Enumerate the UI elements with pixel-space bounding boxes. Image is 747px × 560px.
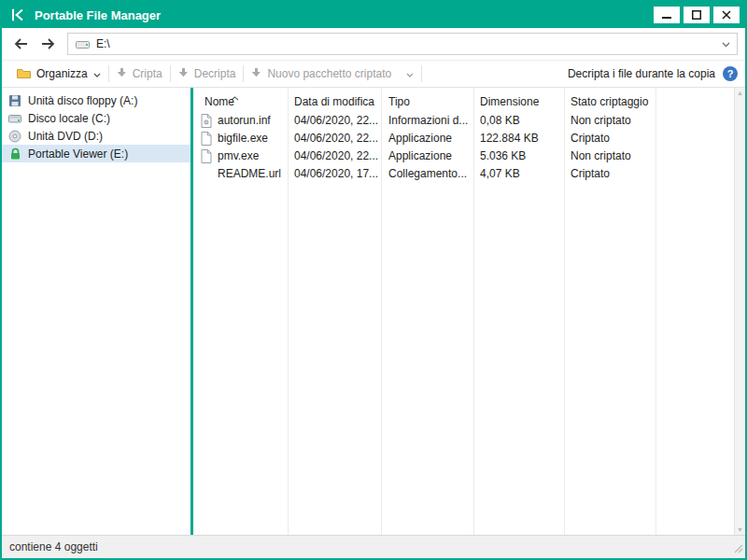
- file-encryption-status: Non criptato: [571, 114, 631, 127]
- file-type: Collegamento...: [388, 167, 467, 180]
- package-arrow-icon: [251, 67, 261, 80]
- sidebar-item-portable-viewer[interactable]: Portable Viewer (E:): [2, 145, 190, 162]
- file-name: autorun.inf: [218, 114, 271, 127]
- file-type: Applicazione: [388, 149, 452, 162]
- address-text: E:\: [96, 37, 110, 50]
- file-row[interactable]: README.url 04/06/2020, 17... Collegament…: [193, 165, 734, 183]
- status-bar: contiene 4 oggetti: [2, 535, 745, 558]
- sidebar-item-floppy[interactable]: Unità disco floppy (A:): [2, 91, 190, 109]
- lock-icon: [7, 147, 22, 161]
- file-size: 5.036 KB: [480, 149, 526, 162]
- file-name: pmv.exe: [218, 149, 259, 162]
- kaspersky-logo-icon: [9, 7, 26, 23]
- address-bar[interactable]: E:\: [67, 33, 738, 55]
- file-type: Applicazione: [388, 132, 452, 145]
- close-button[interactable]: [713, 7, 740, 23]
- sidebar-item-local-disk[interactable]: Disco locale (C:): [2, 109, 190, 127]
- column-header-encryption-status[interactable]: Stato criptaggio: [571, 95, 648, 108]
- column-header-type[interactable]: Tipo: [388, 95, 410, 108]
- file-list: Nome Data di modifica Tipo Dimensione St…: [193, 88, 734, 535]
- help-icon[interactable]: [723, 66, 738, 81]
- folder-tree: Unità disco floppy (A:) Disco locale (C:…: [2, 88, 190, 535]
- chevron-down-icon[interactable]: [722, 37, 730, 50]
- sidebar-item-label: Portable Viewer (E:): [28, 147, 128, 161]
- file-name: bigfile.exe: [218, 132, 268, 145]
- scroll-up-icon[interactable]: ▲: [737, 90, 743, 96]
- minimize-icon: [662, 10, 671, 20]
- window-title: Portable File Manager: [35, 8, 161, 22]
- file-size: 122.884 KB: [480, 132, 539, 145]
- sidebar-item-label: Unità disco floppy (A:): [28, 94, 137, 107]
- list-header: Nome Data di modifica Tipo Dimensione St…: [193, 88, 734, 112]
- maximize-icon: [692, 10, 701, 20]
- vertical-scrollbar[interactable]: ▲ ▼: [734, 88, 745, 535]
- folder-icon: [17, 67, 31, 81]
- back-button[interactable]: [9, 33, 34, 55]
- new-encrypted-package-label: Nuovo pacchetto criptato: [267, 67, 391, 80]
- decrypt-on-copy-option[interactable]: Decripta i file durante la copia: [568, 67, 715, 80]
- resize-grip-icon[interactable]: [733, 543, 743, 556]
- toolbar: Organizza Cripta Decripta Nuovo pacchett…: [2, 61, 745, 88]
- status-text: contiene 4 oggetti: [9, 540, 98, 553]
- chevron-down-icon: [93, 67, 101, 80]
- sidebar-item-label: Disco locale (C:): [28, 112, 110, 125]
- chevron-down-icon: [406, 67, 414, 80]
- file-modified: 04/06/2020, 22...: [294, 132, 378, 145]
- maximize-button[interactable]: [684, 7, 710, 23]
- file-modified: 04/06/2020, 17...: [294, 167, 378, 180]
- organize-label: Organizza: [36, 67, 88, 80]
- main-area: Unità disco floppy (A:) Disco locale (C:…: [2, 88, 745, 535]
- portable-file-manager-window: Portable File Manager E:\: [0, 0, 747, 560]
- drive-icon: [75, 39, 90, 49]
- file-row[interactable]: autorun.inf 04/06/2020, 22... Informazio…: [193, 112, 734, 130]
- file-row[interactable]: bigfile.exe 04/06/2020, 22... Applicazio…: [193, 130, 734, 147]
- column-header-name[interactable]: Nome: [204, 95, 234, 108]
- decrypt-label: Decripta: [194, 67, 236, 80]
- minimize-button[interactable]: [654, 7, 680, 23]
- file-encryption-status: Criptato: [571, 132, 610, 145]
- organize-button[interactable]: Organizza: [9, 61, 108, 87]
- column-header-modified[interactable]: Data di modifica: [294, 95, 374, 108]
- file-size: 0,08 KB: [480, 114, 520, 127]
- file-name: README.url: [218, 167, 281, 180]
- arrow-right-icon: [40, 38, 55, 49]
- encrypt-arrow-icon: [117, 67, 127, 80]
- file-encryption-status: Criptato: [571, 167, 610, 180]
- scroll-down-icon[interactable]: ▼: [737, 526, 743, 533]
- window-controls: [654, 7, 740, 23]
- file-type: Informazioni d...: [388, 114, 468, 127]
- decrypt-arrow-icon: [178, 67, 189, 80]
- encrypt-label: Cripta: [133, 67, 162, 80]
- navigation-bar: E:\: [2, 28, 745, 61]
- arrow-left-icon: [14, 38, 29, 49]
- hard-disk-icon: [7, 113, 22, 124]
- title-bar: Portable File Manager: [2, 2, 745, 28]
- sidebar-item-label: Unità DVD (D:): [28, 130, 103, 143]
- column-header-size[interactable]: Dimensione: [480, 95, 539, 108]
- encrypt-button[interactable]: Cripta: [109, 61, 170, 87]
- decrypt-button[interactable]: Decripta: [171, 61, 244, 87]
- file-row[interactable]: pmv.exe 04/06/2020, 22... Applicazione 5…: [193, 147, 734, 165]
- dvd-icon: [7, 130, 22, 143]
- new-encrypted-package-button[interactable]: Nuovo pacchetto criptato: [244, 61, 421, 87]
- file-modified: 04/06/2020, 22...: [294, 149, 378, 162]
- file-modified: 04/06/2020, 22...: [294, 114, 378, 127]
- file-encryption-status: Non criptato: [571, 149, 631, 162]
- file-size: 4,07 KB: [480, 167, 520, 180]
- floppy-icon: [7, 94, 22, 107]
- forward-button[interactable]: [35, 33, 60, 55]
- close-icon: [722, 10, 731, 20]
- sidebar-item-dvd[interactable]: Unità DVD (D:): [2, 127, 190, 145]
- toolbar-separator: [421, 65, 422, 82]
